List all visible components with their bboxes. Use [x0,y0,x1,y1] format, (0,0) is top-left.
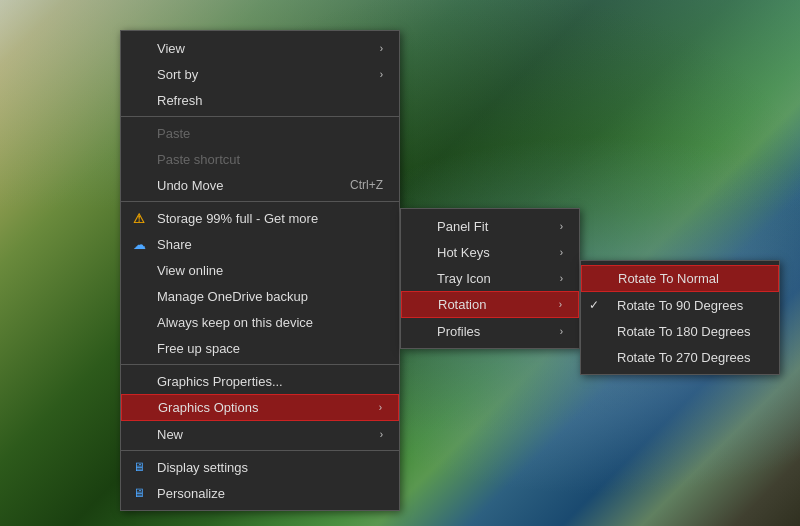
menu-label-view: View [157,41,185,56]
menu-label-manage-backup: Manage OneDrive backup [157,289,308,304]
menu-label-new: New [157,427,183,442]
monitor2-icon-area: 🖥 [129,486,149,500]
menu-item-view[interactable]: View › [121,35,399,61]
menu-label-view-online: View online [157,263,223,278]
menu-item-paste: Paste [121,120,399,146]
arrow-icon: › [560,273,563,284]
menu-label-free-space: Free up space [157,341,240,356]
menu-label-storage: Storage 99% full - Get more [157,211,318,226]
submenu-item-profiles[interactable]: Profiles › [401,318,579,344]
submenu-item-rotate-90[interactable]: ✓ Rotate To 90 Degrees [581,292,779,318]
submenu-item-rotate-270[interactable]: Rotate To 270 Degrees [581,344,779,370]
cloud-icon: ☁ [133,237,146,252]
menu-item-free-space[interactable]: Free up space [121,335,399,361]
submenu-label-rotate-180: Rotate To 180 Degrees [617,324,750,339]
arrow-icon: › [380,43,383,54]
menu-item-new[interactable]: New › [121,421,399,447]
arrow-icon: › [560,221,563,232]
cloud-icon-area: ☁ [129,237,149,252]
menu-label-graphics-properties: Graphics Properties... [157,374,283,389]
menu-item-view-online[interactable]: View online [121,257,399,283]
menu-label-graphics-options: Graphics Options [158,400,258,415]
warning-icon-area: ⚠ [129,211,149,226]
checkmark-icon: ✓ [589,298,599,312]
separator-1 [121,116,399,117]
main-context-menu: View › Sort by › Refresh Paste Paste sho… [120,30,400,511]
submenu-wrapper: Panel Fit › Hot Keys › Tray Icon › Rotat… [400,208,780,375]
menu-item-storage[interactable]: ⚠ Storage 99% full - Get more [121,205,399,231]
monitor2-icon: 🖥 [133,486,145,500]
submenu-item-rotate-normal[interactable]: Rotate To Normal [581,265,779,292]
menu-label-share: Share [157,237,192,252]
menu-label-always-keep: Always keep on this device [157,315,313,330]
submenu-item-tray-icon[interactable]: Tray Icon › [401,265,579,291]
monitor-icon-area: 🖥 [129,460,149,474]
submenu-label-panel-fit: Panel Fit [437,219,488,234]
submenu-label-rotate-normal: Rotate To Normal [618,271,719,286]
shortcut-undo: Ctrl+Z [350,178,383,192]
submenu-item-rotate-180[interactable]: Rotate To 180 Degrees [581,318,779,344]
submenu-label-rotate-270: Rotate To 270 Degrees [617,350,750,365]
menu-label-paste-shortcut: Paste shortcut [157,152,240,167]
arrow-icon: › [380,69,383,80]
submenu-label-rotate-90: Rotate To 90 Degrees [617,298,743,313]
submenu-label-rotation: Rotation [438,297,486,312]
menu-label-undo-move: Undo Move [157,178,223,193]
submenu-label-tray-icon: Tray Icon [437,271,491,286]
menu-item-graphics-options[interactable]: Graphics Options › [121,394,399,421]
menu-label-personalize: Personalize [157,486,225,501]
menu-item-always-keep[interactable]: Always keep on this device [121,309,399,335]
submenu-graphics-options: Panel Fit › Hot Keys › Tray Icon › Rotat… [400,208,580,349]
menu-item-sort-by[interactable]: Sort by › [121,61,399,87]
menu-item-undo-move[interactable]: Undo Move Ctrl+Z [121,172,399,198]
arrow-icon: › [560,247,563,258]
menu-item-personalize[interactable]: 🖥 Personalize [121,480,399,506]
separator-4 [121,450,399,451]
menu-item-display-settings[interactable]: 🖥 Display settings [121,454,399,480]
submenu-item-rotation[interactable]: Rotation › [401,291,579,318]
menu-item-graphics-properties[interactable]: Graphics Properties... [121,368,399,394]
submenu-item-hot-keys[interactable]: Hot Keys › [401,239,579,265]
monitor-icon: 🖥 [133,460,145,474]
arrow-icon: › [380,429,383,440]
separator-2 [121,201,399,202]
submenu-label-profiles: Profiles [437,324,480,339]
arrow-icon: › [379,402,382,413]
submenu-item-panel-fit[interactable]: Panel Fit › [401,213,579,239]
menu-item-share[interactable]: ☁ Share [121,231,399,257]
menu-label-display-settings: Display settings [157,460,248,475]
menu-label-refresh: Refresh [157,93,203,108]
menu-label-paste: Paste [157,126,190,141]
context-menu-wrapper: View › Sort by › Refresh Paste Paste sho… [120,30,780,511]
submenu-label-hot-keys: Hot Keys [437,245,490,260]
menu-label-sort-by: Sort by [157,67,198,82]
menu-item-refresh[interactable]: Refresh [121,87,399,113]
menu-item-paste-shortcut: Paste shortcut [121,146,399,172]
arrow-icon: › [559,299,562,310]
submenu-rotation: Rotate To Normal ✓ Rotate To 90 Degrees … [580,260,780,375]
menu-item-manage-backup[interactable]: Manage OneDrive backup [121,283,399,309]
warning-icon: ⚠ [133,211,145,226]
separator-3 [121,364,399,365]
arrow-icon: › [560,326,563,337]
